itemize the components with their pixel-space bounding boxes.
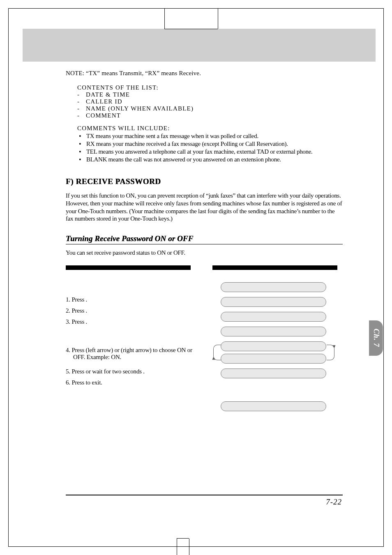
page-content: NOTE: “TX” means Transmit, “RX” means Re… <box>66 70 343 416</box>
crop-mark <box>177 539 178 555</box>
lcd-display <box>221 354 326 364</box>
list-item: NAME (ONLY WHEN AVAILABLE) <box>77 105 343 112</box>
footer-rule <box>66 495 343 495</box>
chapter-tab: Ch. 7 <box>369 320 383 356</box>
heading-rule <box>66 244 343 244</box>
step-1: 1. Press . <box>66 296 196 303</box>
list-item: DATE & TIME <box>77 91 343 98</box>
crop-mark <box>164 8 165 29</box>
lcd-display <box>221 297 326 307</box>
column-header-bar <box>66 265 191 270</box>
column-header-bar <box>212 265 337 270</box>
step-3: 3. Press . <box>66 318 196 325</box>
subsection-heading: Turning Receive Password ON or OFF <box>66 234 343 243</box>
crop-mark <box>164 29 218 29</box>
note-text: NOTE: “TX” means Transmit, “RX” means Re… <box>66 70 343 77</box>
lcd-display <box>221 401 326 411</box>
lcd-display <box>221 368 326 378</box>
crop-mark <box>218 8 219 29</box>
steps-column: 1. Press . 2. Press . 3. Press . 4. Pres… <box>66 265 196 416</box>
list-item: TEL means you answered a telephone call … <box>77 148 343 155</box>
lcd-display <box>221 282 326 292</box>
subsection-intro: You can set receive password status to O… <box>66 249 343 256</box>
list-item: TX means your machine sent a fax message… <box>77 133 343 140</box>
lcd-display <box>221 341 326 351</box>
loop-arrow-icon <box>213 345 221 360</box>
contents-of-list: CONTENTS OF THE LIST: DATE & TIME CALLER… <box>77 84 343 119</box>
lcd-display <box>221 312 326 322</box>
list-title: COMMENTS WILL INCLUDE: <box>77 125 343 132</box>
list-item: BLANK means the call was not answered or… <box>77 156 343 163</box>
step-6: 6. Press to exit. <box>66 379 196 386</box>
step-2: 2. Press . <box>66 307 196 314</box>
display-column <box>212 265 343 416</box>
list-item: CALLER ID <box>77 98 343 105</box>
comments-list: COMMENTS WILL INCLUDE: TX means your mac… <box>77 125 343 163</box>
list-item: RX means your machine received a fax mes… <box>77 140 343 147</box>
section-body: If you set this function to ON, you can … <box>66 192 343 223</box>
crop-mark <box>189 539 190 555</box>
step-5: 5. Press or wait for two seconds . <box>66 368 196 375</box>
list-item: COMMENT <box>77 112 343 119</box>
lcd-display <box>221 327 326 336</box>
loop-arrow-icon <box>327 345 334 360</box>
procedure-table: 1. Press . 2. Press . 3. Press . 4. Pres… <box>66 265 343 416</box>
header-banner <box>23 29 376 62</box>
crop-mark <box>177 538 189 539</box>
list-title: CONTENTS OF THE LIST: <box>77 84 343 91</box>
lcd-display-loop <box>212 341 343 364</box>
page-number: 7-22 <box>326 497 342 507</box>
step-4: 4. Press (left arrow) or (right arrow) t… <box>66 347 196 361</box>
section-heading-f: F) RECEIVE PASSWORD <box>66 177 343 186</box>
